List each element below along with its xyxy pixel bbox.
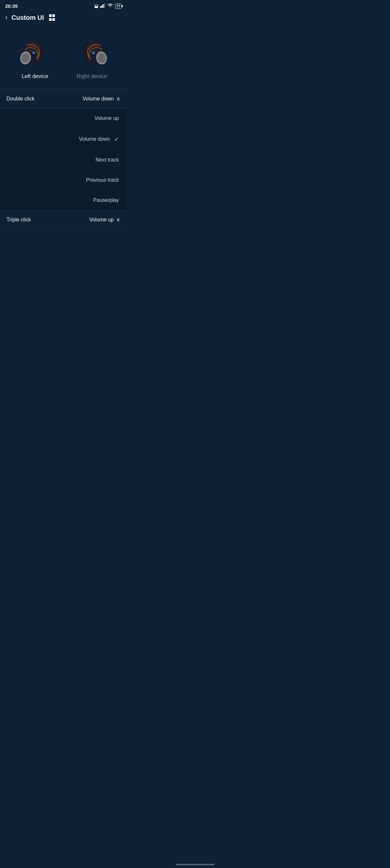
- double-click-current-value: Volume down: [83, 96, 114, 102]
- option-previous-track[interactable]: Previous track: [0, 170, 127, 190]
- double-click-label: Double click: [6, 96, 34, 102]
- option-volume-up-label: Volume up: [94, 116, 119, 121]
- right-earbud-image: [74, 33, 110, 69]
- svg-rect-1: [101, 5, 102, 8]
- status-bar: 20:35 ⬓ 77: [0, 0, 127, 11]
- time-display: 20:35: [5, 3, 18, 9]
- left-device-label: Left device: [22, 73, 48, 80]
- option-volume-up[interactable]: Volume up: [0, 108, 127, 128]
- devices-section: Left device Right device: [0, 27, 127, 89]
- svg-point-13: [92, 52, 94, 54]
- check-icon: ✓: [114, 135, 119, 143]
- back-button[interactable]: ‹: [5, 13, 7, 22]
- chevron-down-icon: [116, 217, 120, 223]
- svg-rect-3: [104, 3, 105, 8]
- option-next-track-label: Next track: [96, 157, 119, 163]
- option-volume-down-label: Volume down: [79, 136, 110, 142]
- double-click-row[interactable]: Double click Volume down: [0, 90, 127, 107]
- svg-point-8: [32, 52, 34, 54]
- signal-icon: [100, 3, 105, 9]
- right-device[interactable]: Right device: [74, 33, 110, 80]
- grid-view-icon[interactable]: [49, 14, 56, 21]
- dropdown-panel: Volume up Volume down ✓ Next track Previ…: [0, 108, 127, 211]
- option-volume-down[interactable]: Volume down ✓: [0, 128, 127, 150]
- header: ‹ Custom UI: [0, 11, 127, 27]
- option-next-track[interactable]: Next track: [0, 150, 127, 170]
- divider-bottom: [0, 228, 127, 229]
- right-device-label: Right device: [77, 73, 107, 80]
- bluetooth-icon: ⬓: [94, 4, 98, 8]
- page-title: Custom UI: [11, 14, 44, 22]
- left-earbud-image: [17, 33, 53, 69]
- svg-rect-2: [103, 4, 104, 8]
- status-icons: ⬓ 77: [94, 3, 122, 9]
- triple-click-label: Triple click: [6, 217, 31, 223]
- left-device[interactable]: Left device: [17, 33, 53, 80]
- battery-indicator: 77: [115, 4, 122, 9]
- option-pause-play-label: Pause/play: [93, 197, 119, 203]
- svg-rect-0: [100, 6, 101, 8]
- double-click-value[interactable]: Volume down: [83, 96, 120, 102]
- triple-click-value[interactable]: Volume up: [89, 217, 120, 223]
- triple-click-current-value: Volume up: [89, 217, 114, 223]
- option-pause-play[interactable]: Pause/play: [0, 190, 127, 210]
- option-previous-track-label: Previous track: [86, 177, 119, 183]
- wifi-icon: [107, 3, 113, 9]
- triple-click-row[interactable]: Triple click Volume up: [0, 211, 127, 228]
- chevron-up-icon: [116, 96, 120, 102]
